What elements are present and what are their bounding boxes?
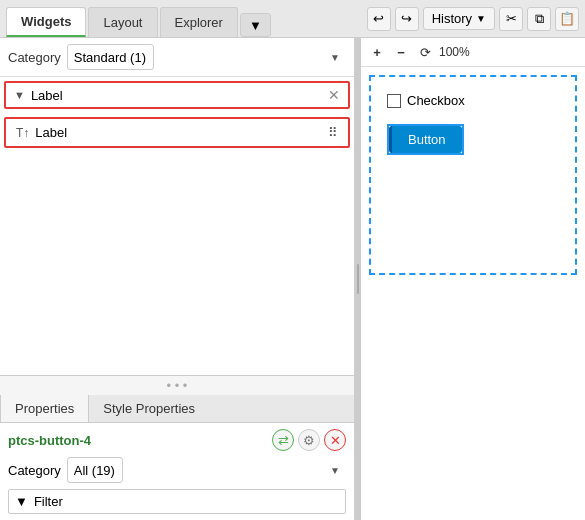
checkbox-canvas-item: Checkbox (387, 93, 559, 108)
settings-button[interactable]: ⚙ (298, 429, 320, 451)
close-button[interactable]: ✕ (324, 429, 346, 451)
close-icon: ✕ (330, 433, 341, 448)
category-props-row: Category All (19) (8, 457, 346, 483)
props-actions: ⇄ ⚙ ✕ (272, 429, 346, 451)
category-props-label: Category (8, 463, 61, 478)
category-props-select[interactable]: All (19) (67, 457, 123, 483)
main-layout: Category Standard (1) ▼ ✕ T↑ Label ⠿ • (0, 38, 585, 520)
redo-icon: ↪ (401, 11, 412, 26)
right-panel: + − ⟳ 100% Checkbox Button (361, 38, 585, 520)
cut-button[interactable]: ✂ (499, 7, 523, 31)
zoom-out-icon: − (397, 45, 405, 60)
props-content: ptcs-button-4 ⇄ ⚙ ✕ (0, 423, 354, 520)
category-label: Category (8, 50, 61, 65)
settings-icon: ⚙ (303, 433, 315, 448)
tab-properties[interactable]: Properties (0, 395, 89, 422)
history-button[interactable]: History ▼ (423, 7, 495, 30)
category-props-select-wrapper: All (19) (67, 457, 346, 483)
copy-button[interactable]: ⧉ (527, 7, 551, 31)
widget-item-drag-icon: ⠿ (328, 125, 338, 140)
tab-more-button[interactable]: ▼ (240, 13, 271, 37)
filter-label: Filter (34, 494, 63, 509)
tab-bar: Widgets Layout Explorer ▼ (6, 0, 367, 37)
checkbox-label: Checkbox (407, 93, 465, 108)
zoom-in-icon: + (373, 45, 381, 60)
zoom-in-button[interactable]: + (367, 42, 387, 62)
category-select-wrapper: Standard (1) (67, 44, 346, 70)
filter-props-row: ▼ Filter (8, 489, 346, 514)
rotate-button[interactable]: ⟳ (415, 42, 435, 62)
redo-button[interactable]: ↪ (395, 7, 419, 31)
tab-style-properties[interactable]: Style Properties (89, 395, 209, 422)
list-item[interactable]: T↑ Label ⠿ (4, 117, 350, 148)
widget-list: T↑ Label ⠿ (0, 113, 354, 375)
rotate-icon: ⟳ (420, 45, 431, 60)
tab-explorer[interactable]: Explorer (160, 7, 238, 37)
filter-triangle-icon: ▼ (15, 494, 28, 509)
paste-button[interactable]: 📋 (555, 7, 579, 31)
history-dropdown-icon: ▼ (476, 13, 486, 24)
search-row: ▼ ✕ (4, 81, 350, 109)
button-canvas-item: Button (387, 124, 464, 155)
text-widget-icon: T↑ (16, 126, 29, 140)
undo-icon: ↩ (373, 11, 384, 26)
undo-button[interactable]: ↩ (367, 7, 391, 31)
tab-widgets[interactable]: Widgets (6, 7, 86, 37)
copy-icon: ⧉ (535, 11, 544, 27)
props-id-row: ptcs-button-4 ⇄ ⚙ ✕ (8, 429, 346, 451)
component-id: ptcs-button-4 (8, 433, 91, 448)
zoom-level: 100% (439, 45, 470, 59)
share-icon: ⇄ (278, 433, 289, 448)
paste-icon: 📋 (559, 11, 575, 26)
widget-item-label: Label (35, 125, 322, 140)
category-select[interactable]: Standard (1) (67, 44, 154, 70)
checkbox-box[interactable] (387, 94, 401, 108)
resize-handle[interactable]: • • • (0, 376, 354, 395)
category-row: Category Standard (1) (0, 38, 354, 77)
cut-icon: ✂ (506, 11, 517, 26)
toolbar-right: ↩ ↪ History ▼ ✂ ⧉ 📋 (367, 7, 579, 31)
canvas-area: Checkbox Button (369, 75, 577, 275)
top-toolbar: Widgets Layout Explorer ▼ ↩ ↪ History ▼ … (0, 0, 585, 38)
clear-search-button[interactable]: ✕ (328, 87, 340, 103)
props-tabs: Properties Style Properties (0, 395, 354, 423)
bottom-panel: • • • Properties Style Properties ptcs-b… (0, 375, 354, 520)
right-toolbar: + − ⟳ 100% (361, 38, 585, 67)
share-button[interactable]: ⇄ (272, 429, 294, 451)
canvas-button[interactable]: Button (389, 126, 462, 153)
tab-layout[interactable]: Layout (88, 7, 157, 37)
filter-triangle-icon: ▼ (14, 89, 25, 101)
zoom-out-button[interactable]: − (391, 42, 411, 62)
search-input[interactable] (31, 88, 328, 103)
left-panel: Category Standard (1) ▼ ✕ T↑ Label ⠿ • (0, 38, 355, 520)
